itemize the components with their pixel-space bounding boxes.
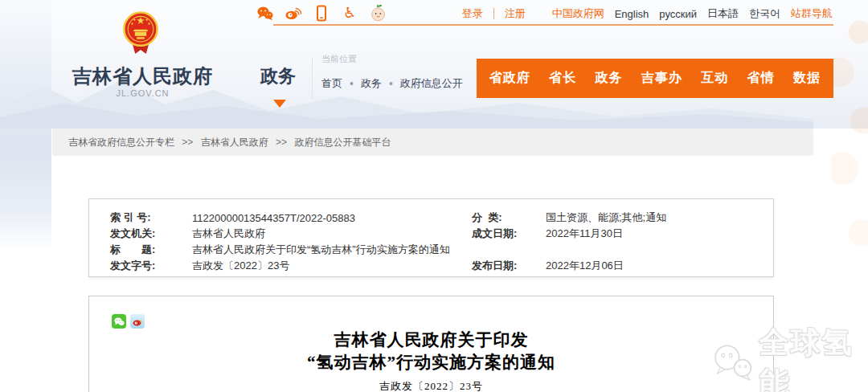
breadcrumb-dot: • — [389, 77, 393, 90]
location-breadcrumb: 首页 • 政务 • 政府信息公开 — [321, 76, 463, 91]
nav-jishiban[interactable]: 吉事办 — [641, 70, 682, 87]
breadcrumb-zhengwu[interactable]: 政务 — [361, 76, 382, 91]
crumb-disclosure-column[interactable]: 吉林省政府信息公开专栏 — [68, 137, 174, 148]
register-link[interactable]: 注册 — [505, 6, 526, 21]
header-divider — [312, 58, 313, 100]
weibo-icon[interactable] — [285, 4, 301, 22]
login-register-divider — [493, 8, 494, 19]
document-number: 吉政发〔2022〕23号 — [89, 379, 773, 392]
meta-label: 发布日期: — [472, 259, 546, 273]
site-name[interactable]: 吉林省人民政府 — [56, 63, 229, 89]
meta-row-agency: 发文机关: 吉林省人民政府 成文日期: 2022年11月30日 — [110, 226, 773, 242]
breadcrumb-dot: • — [350, 77, 354, 90]
share-buttons — [112, 314, 145, 329]
gov-china-link[interactable]: 中国政府网 — [552, 6, 604, 21]
nav-provincial-gov[interactable]: 省政府 — [489, 70, 530, 87]
nav-governor[interactable]: 省长 — [549, 70, 576, 87]
document-title-block: 吉林省人民政府关于印发 “氢动吉林”行动实施方案的通知 吉政发〔2022〕23号 — [89, 329, 773, 392]
meta-label: 分 类: — [472, 210, 546, 225]
share-wechat-icon[interactable] — [112, 314, 126, 329]
floral-pattern-decoration — [831, 0, 868, 337]
lang-english-link[interactable]: English — [615, 8, 649, 20]
meta-value: 吉政发〔2022〕23号 — [192, 259, 472, 273]
meta-label: 成文日期: — [472, 227, 546, 241]
meta-label: 标 题: — [110, 243, 192, 257]
meta-value: 11220000013544357T/2022-05883 — [192, 212, 472, 224]
mascot-icon[interactable] — [370, 4, 386, 22]
main-navigation: 省政府 省长 政务 吉事办 互动 省情 数据 — [477, 59, 833, 98]
section-caret-icon — [273, 100, 286, 108]
nav-zhengwu[interactable]: 政务 — [596, 70, 623, 87]
breadcrumb-home[interactable]: 首页 — [321, 76, 342, 91]
meta-label: 发文机关: — [110, 227, 192, 241]
meta-value: 吉林省人民政府 — [192, 227, 472, 241]
accessibility-icon[interactable]: ♿ — [342, 4, 358, 22]
nav-interaction[interactable]: 互动 — [701, 70, 728, 87]
nav-data[interactable]: 数据 — [793, 70, 821, 87]
section-title-zhengwu[interactable]: 政务 — [260, 64, 296, 88]
crumb-separator: >> — [182, 137, 193, 148]
crumb-separator: >> — [276, 137, 287, 148]
login-link[interactable]: 登录 — [462, 6, 483, 21]
meta-value: 国土资源、能源;其他;通知 — [546, 210, 773, 225]
document-title-line-1: 吉林省人民政府关于印发 — [89, 329, 773, 351]
document-meta-box: 索 引 号: 11220000013544357T/2022-05883 分 类… — [88, 198, 774, 277]
national-emblem — [122, 9, 159, 57]
current-location-label: 当前位置 — [321, 53, 357, 65]
meta-row-number: 发文字号: 吉政发〔2022〕23号 发布日期: 2022年12月06日 — [110, 258, 773, 274]
document-title-line-2: “氢动吉林”行动实施方案的通知 — [89, 351, 773, 374]
meta-row-index: 索 引 号: 11220000013544357T/2022-05883 分 类… — [110, 210, 773, 226]
nav-province-info[interactable]: 省情 — [747, 70, 775, 87]
breadcrumb-info-disclosure[interactable]: 政府信息公开 — [400, 76, 463, 91]
document-content-box: 吉林省人民政府关于印发 “氢动吉林”行动实施方案的通知 吉政发〔2022〕23号 — [88, 296, 774, 392]
page: ♿ 登录 注册 中国政府网 English русский 日本語 한국어 站群… — [0, 0, 868, 392]
lang-japanese-link[interactable]: 日本語 — [707, 6, 739, 21]
topbar-underline — [273, 24, 833, 26]
meta-row-title: 标 题: 吉林省人民政府关于印发“氢动吉林”行动实施方案的通知 — [110, 242, 773, 258]
wechat-icon[interactable] — [257, 4, 273, 22]
lang-russian-link[interactable]: русский — [659, 8, 697, 20]
topbar-icons: ♿ — [257, 3, 386, 22]
breadcrumb-bar: 吉林省政府信息公开专栏 >> 吉林省人民政府 >> 政府信息公开基础平台 — [52, 129, 813, 156]
site-group-nav-link[interactable]: 站群导航 — [791, 6, 833, 21]
share-weibo-icon[interactable] — [130, 314, 145, 329]
site-domain: JL.GOV.CN — [56, 88, 229, 98]
meta-label: 发文字号: — [110, 259, 192, 273]
crumb-jilin-gov[interactable]: 吉林省人民政府 — [201, 137, 268, 148]
meta-value: 吉林省人民政府关于印发“氢动吉林”行动实施方案的通知 — [192, 243, 472, 257]
meta-label: 索 引 号: — [110, 210, 192, 225]
meta-value: 2022年11月30日 — [546, 227, 773, 241]
mobile-icon[interactable] — [313, 4, 330, 22]
lang-korean-link[interactable]: 한국어 — [749, 6, 780, 21]
crumb-platform[interactable]: 政府信息公开基础平台 — [294, 137, 391, 148]
meta-value: 2022年12月06日 — [546, 259, 773, 273]
topbar-links: 登录 注册 中国政府网 English русский 日本語 한국어 站群导航 — [462, 6, 833, 21]
